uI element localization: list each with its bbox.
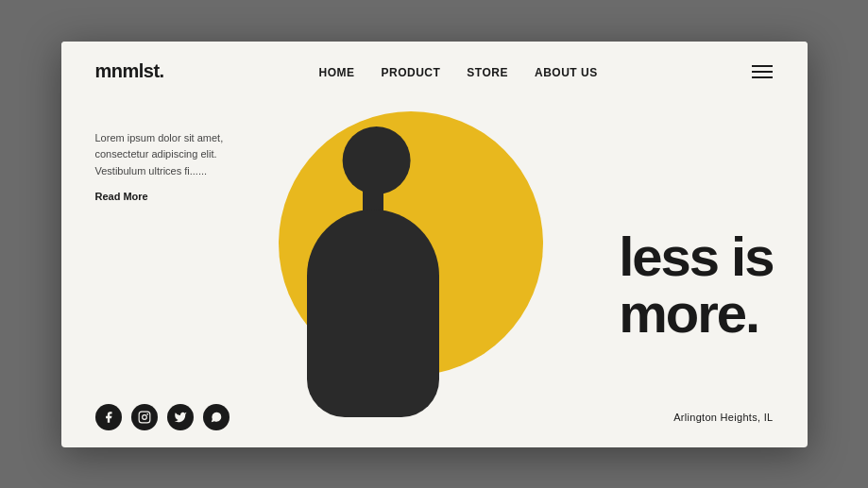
twitter-svg bbox=[174, 411, 187, 424]
hamburger-menu[interactable] bbox=[752, 65, 773, 78]
headline-line2: more. bbox=[619, 283, 758, 345]
facebook-svg bbox=[102, 411, 115, 424]
whatsapp-icon[interactable] bbox=[203, 404, 230, 430]
hamburger-line2 bbox=[752, 71, 773, 73]
hero-footer: Arlington Heights, IL bbox=[95, 404, 774, 430]
hero-person bbox=[260, 108, 486, 447]
nav-home[interactable]: HOME bbox=[319, 66, 355, 79]
headline-line1: less is bbox=[619, 226, 773, 287]
twitter-icon[interactable] bbox=[167, 404, 194, 430]
person-body bbox=[288, 126, 458, 447]
instagram-svg bbox=[138, 411, 151, 424]
social-icons-group bbox=[95, 404, 230, 430]
read-more-link[interactable]: Read More bbox=[95, 191, 148, 202]
nav-about[interactable]: ABOUT US bbox=[535, 66, 598, 79]
navbar: mnmlst. HOME PRODUCT STORE ABOUT US bbox=[61, 42, 808, 102]
person-head bbox=[342, 126, 410, 194]
person-torso bbox=[307, 210, 439, 417]
svg-point-2 bbox=[146, 412, 148, 414]
nav-product[interactable]: PRODUCT bbox=[382, 66, 441, 79]
location-text: Arlington Heights, IL bbox=[673, 412, 773, 423]
browser-window: mnmlst. HOME PRODUCT STORE ABOUT US Lo bbox=[61, 42, 808, 447]
facebook-icon[interactable] bbox=[95, 404, 122, 430]
svg-rect-0 bbox=[139, 412, 150, 423]
whatsapp-svg bbox=[210, 411, 223, 424]
hero-body-text: Lorem ipsum dolor sit amet, consectetur … bbox=[95, 130, 265, 180]
hamburger-line1 bbox=[752, 65, 773, 67]
svg-point-1 bbox=[142, 414, 146, 419]
hamburger-line3 bbox=[752, 76, 773, 78]
hero-headline: less is more. bbox=[619, 228, 773, 344]
nav-links: HOME PRODUCT STORE ABOUT US bbox=[319, 63, 598, 80]
logo: mnmlst. bbox=[95, 60, 164, 82]
hero-headline-text: less is more. bbox=[619, 228, 773, 344]
instagram-icon[interactable] bbox=[131, 404, 158, 430]
hero-section: Lorem ipsum dolor sit amet, consectetur … bbox=[61, 102, 808, 447]
hero-description-block: Lorem ipsum dolor sit amet, consectetur … bbox=[95, 130, 265, 205]
nav-store[interactable]: STORE bbox=[467, 66, 508, 79]
